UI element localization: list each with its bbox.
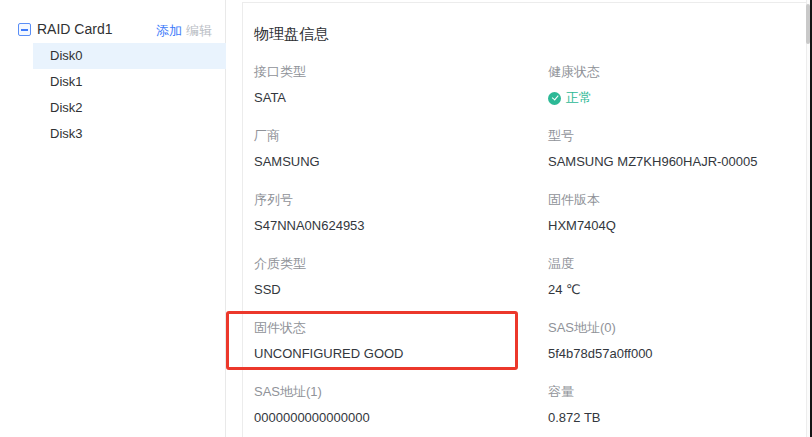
fields-column-right: 健康状态 正常 型号 SAMSUNG MZ7KH960HAJR-00005 固件… (548, 63, 798, 437)
field-label: 固件状态 (254, 319, 544, 337)
field-value: SSD (254, 281, 544, 299)
raid-card-title: RAID Card1 (37, 21, 112, 37)
field-health-status: 健康状态 正常 (548, 63, 798, 127)
field-label: 序列号 (254, 191, 544, 209)
add-link[interactable]: 添加 (156, 22, 182, 40)
sidebar: RAID Card1 添加 编辑 Disk0 Disk1 Disk2 Disk3 (0, 0, 226, 437)
field-sas-address-1: SAS地址(1) 0000000000000000 (254, 383, 544, 437)
field-label: 型号 (548, 127, 798, 145)
page-title: 物理盘信息 (254, 25, 329, 44)
field-value: 24 ℃ (548, 281, 798, 299)
field-value: HXM7404Q (548, 217, 798, 235)
sidebar-item-disk3[interactable]: Disk3 (33, 121, 226, 147)
field-label: 厂商 (254, 127, 544, 145)
field-firmware-status: 固件状态 UNCONFIGURED GOOD (254, 319, 544, 383)
field-value: S47NNA0N624953 (254, 217, 544, 235)
field-value: UNCONFIGURED GOOD (254, 345, 544, 363)
field-model: 型号 SAMSUNG MZ7KH960HAJR-00005 (548, 127, 798, 191)
sidebar-item-disk2[interactable]: Disk2 (33, 95, 226, 121)
field-value: SAMSUNG MZ7KH960HAJR-00005 (548, 153, 798, 171)
field-label: 接口类型 (254, 63, 544, 81)
field-firmware-version: 固件版本 HXM7404Q (548, 191, 798, 255)
raid-card-header: RAID Card1 添加 编辑 (0, 18, 226, 44)
field-serial-number: 序列号 S47NNA0N624953 (254, 191, 544, 255)
collapse-minus-icon[interactable] (18, 23, 31, 36)
field-label: 健康状态 (548, 63, 798, 81)
check-circle-icon (548, 92, 561, 105)
field-value: 0000000000000000 (254, 409, 544, 427)
field-value: 0.872 TB (548, 409, 798, 427)
field-label: SAS地址(0) (548, 319, 798, 337)
field-label: 固件版本 (548, 191, 798, 209)
field-value: 正常 (548, 89, 798, 107)
field-value: SATA (254, 89, 544, 107)
field-label: 温度 (548, 255, 798, 273)
field-vendor: 厂商 SAMSUNG (254, 127, 544, 191)
field-value: 5f4b78d57a0ff000 (548, 345, 798, 363)
field-label: 容量 (548, 383, 798, 401)
field-label: 介质类型 (254, 255, 544, 273)
field-interface-type: 接口类型 SATA (254, 63, 544, 127)
sidebar-item-disk0[interactable]: Disk0 (33, 43, 226, 69)
field-value: SAMSUNG (254, 153, 544, 171)
field-label: SAS地址(1) (254, 383, 544, 401)
field-temperature: 温度 24 ℃ (548, 255, 798, 319)
sidebar-item-disk1[interactable]: Disk1 (33, 69, 226, 95)
edit-link[interactable]: 编辑 (186, 22, 212, 40)
fields-column-left: 接口类型 SATA 厂商 SAMSUNG 序列号 S47NNA0N624953 … (254, 63, 544, 437)
health-status-text: 正常 (566, 89, 592, 107)
physical-disk-info-panel: 物理盘信息 接口类型 SATA 厂商 SAMSUNG 序列号 S47NNA0N6… (242, 2, 806, 437)
field-capacity: 容量 0.872 TB (548, 383, 798, 437)
field-media-type: 介质类型 SSD (254, 255, 544, 319)
page: { "sidebar": { "tree": { "collapse_icon"… (0, 0, 812, 437)
disk-list: Disk0 Disk1 Disk2 Disk3 (0, 43, 226, 147)
field-sas-address-0: SAS地址(0) 5f4b78d57a0ff000 (548, 319, 798, 383)
